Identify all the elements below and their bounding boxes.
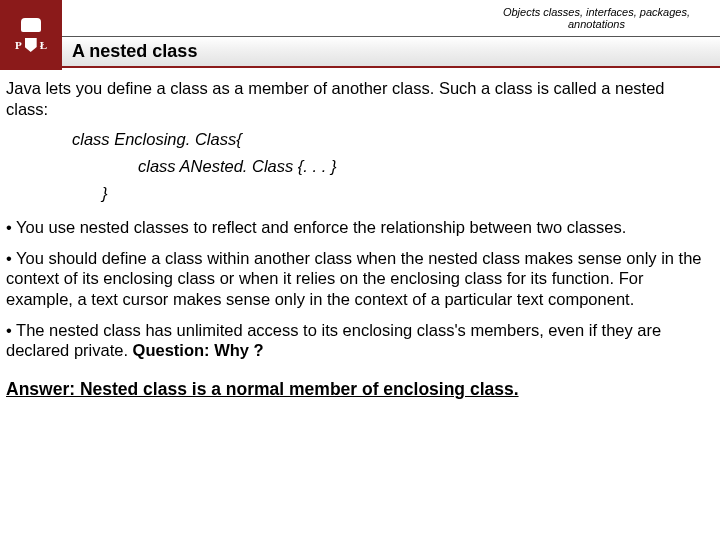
bullet-2: • You should define a class within anoth…	[6, 248, 710, 310]
header: P Ł Objects classes, interfaces, package…	[0, 0, 720, 70]
bullet-1: • You use nested classes to reflect and …	[6, 217, 710, 238]
slide-title: A nested class	[72, 41, 197, 62]
topic-subtitle: Objects classes, interfaces, packages, a…	[503, 6, 690, 30]
logo-letter-right: Ł	[40, 39, 47, 51]
answer-line: Answer: Nested class is a normal member …	[6, 379, 710, 401]
code-line-1: class Enclosing. Class{	[72, 129, 710, 150]
slide-content: Java lets you define a class as a member…	[0, 70, 720, 401]
bullet-3-question: Question: Why ?	[133, 341, 264, 359]
topic-line-2: annotations	[503, 18, 690, 30]
university-logo: P Ł	[0, 0, 62, 70]
bullet-3: • The nested class has unlimited access …	[6, 320, 710, 361]
bullet-3-text: • The nested class has unlimited access …	[6, 321, 661, 360]
logo-letters: P Ł	[15, 38, 47, 52]
code-line-2: class ANested. Class {. . . }	[138, 156, 710, 177]
shield-icon	[25, 38, 37, 52]
intro-paragraph: Java lets you define a class as a member…	[6, 78, 710, 119]
code-line-3: }	[102, 183, 710, 204]
topic-line-1: Objects classes, interfaces, packages,	[503, 6, 690, 18]
logo-emblem-icon	[21, 18, 41, 32]
title-bar: A nested class	[62, 36, 720, 68]
logo-letter-left: P	[15, 39, 22, 51]
